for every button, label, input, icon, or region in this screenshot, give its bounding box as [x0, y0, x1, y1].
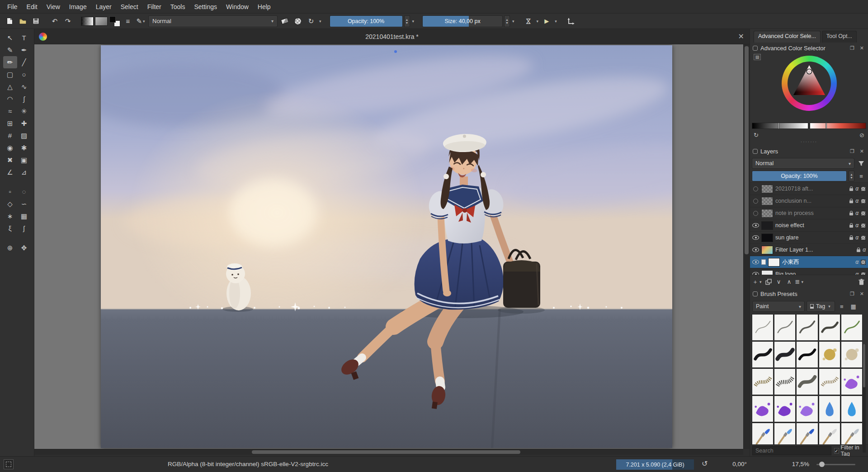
layer-opacity-slider[interactable]: Opacity: 100%	[752, 171, 847, 181]
choose-workspace-button[interactable]: ≡	[122, 15, 134, 27]
vertical-scrollbar-thumb[interactable]	[745, 46, 749, 254]
tool-multibrush[interactable]: ✳	[17, 105, 31, 117]
brush-preset-texture[interactable]	[819, 368, 840, 395]
tool-pan[interactable]: ✥	[17, 242, 31, 254]
view-grid-button[interactable]: ▦	[849, 301, 859, 311]
tool-polygon-select[interactable]: ◇	[3, 198, 17, 210]
saturation-shade-bar[interactable]	[810, 123, 866, 129]
tool-select-shapes[interactable]: ↖	[3, 32, 17, 44]
float-docker-icon[interactable]: ❐	[849, 291, 856, 297]
edit-brush-settings-button[interactable]: ✎▾	[135, 15, 147, 27]
pattern-chooser[interactable]	[95, 15, 108, 27]
tool-assistants[interactable]: ∠	[3, 166, 17, 178]
brush-preset-ink[interactable]	[819, 314, 840, 341]
layer-row[interactable]: sun glareα	[750, 232, 868, 244]
tool-contiguous-select[interactable]: ▦	[17, 210, 31, 222]
selection-display-mode-button[interactable]	[4, 459, 14, 469]
brush-preset-splat[interactable]	[752, 396, 774, 422]
menu-window[interactable]: Window	[222, 1, 253, 13]
save-button[interactable]	[30, 15, 42, 27]
tool-polyline[interactable]: ∿	[17, 81, 31, 93]
inherit-alpha-icon[interactable]: α	[855, 210, 859, 216]
lock-icon[interactable]	[849, 188, 853, 191]
chevron-down-icon[interactable]: ▾	[554, 19, 558, 24]
tab-advanced-color-selector[interactable]: Advanced Color Sele...	[754, 31, 821, 43]
layer-hidden-icon[interactable]	[753, 199, 758, 204]
tab-tool-options[interactable]: Tool Opt...	[822, 31, 857, 43]
close-docker-icon[interactable]: ✕	[859, 291, 865, 297]
chevron-down-icon[interactable]: ▾	[536, 19, 540, 24]
menu-view[interactable]: View	[42, 1, 65, 13]
close-docker-icon[interactable]: ✕	[859, 45, 865, 51]
docker-splitter-handle[interactable]: ·······	[750, 140, 868, 146]
empty-swatch-icon[interactable]: ⊘	[859, 132, 864, 138]
refresh-history-icon[interactable]: ↻	[754, 132, 759, 138]
inherit-alpha-icon[interactable]: α	[855, 222, 859, 229]
menu-settings[interactable]: Settings	[189, 1, 222, 13]
brush-preset-splat[interactable]	[774, 396, 796, 422]
menu-select[interactable]: Select	[116, 1, 143, 13]
layer-blending-dropdown[interactable]: Normal ▾	[752, 158, 854, 169]
menu-file[interactable]: File	[3, 1, 22, 13]
brush-preset-ink[interactable]	[774, 341, 796, 368]
tool-freehand-brush[interactable]: ✏	[3, 56, 17, 68]
horizontal-scrollbar-thumb[interactable]	[252, 450, 520, 454]
alpha-lock-icon[interactable]	[861, 235, 866, 240]
brush-preset-pencil[interactable]	[841, 314, 863, 341]
chevron-down-icon[interactable]: ▾	[318, 19, 322, 24]
color-selector-settings-button[interactable]: ▤	[754, 54, 761, 60]
brush-preset-splat[interactable]	[841, 368, 863, 395]
eraser-mode-button[interactable]	[279, 15, 291, 27]
tool-polygon[interactable]: △	[3, 81, 17, 93]
tool-move[interactable]: ✚	[17, 117, 31, 129]
canvas-rotation-value[interactable]: 0,00°	[722, 461, 747, 467]
duplicate-layer-button[interactable]	[764, 277, 773, 287]
brush-tag-filter-dropdown[interactable]: Paint ▾	[752, 301, 805, 312]
inherit-alpha-icon[interactable]: α	[863, 247, 866, 253]
trim-to-image-button[interactable]	[565, 15, 577, 27]
brush-preset-ink[interactable]	[796, 341, 818, 368]
brush-preset-brushtool[interactable]	[841, 423, 863, 444]
open-document-button[interactable]	[17, 15, 28, 27]
horizontal-mirror-button[interactable]: ⋈	[523, 15, 534, 27]
menu-help[interactable]: Help	[253, 1, 275, 13]
float-docker-icon[interactable]: ❐	[849, 45, 856, 51]
tool-smart-patch[interactable]: ✖	[3, 154, 17, 166]
foreground-background-colors[interactable]	[109, 16, 121, 27]
layer-visible-icon[interactable]	[752, 235, 759, 240]
tool-crop[interactable]: #	[3, 129, 17, 142]
color-wheel[interactable]	[782, 56, 837, 111]
brush-size-spinner[interactable]: ▲▼	[504, 15, 510, 27]
delete-layer-button[interactable]	[857, 277, 866, 287]
menu-image[interactable]: Image	[65, 1, 91, 13]
value-shade-bar[interactable]	[752, 123, 808, 129]
preserve-alpha-button[interactable]	[292, 15, 304, 27]
move-layer-down-button[interactable]: ∨	[774, 277, 783, 287]
brush-grid-scrollbar[interactable]	[863, 344, 866, 453]
layer-visible-icon[interactable]	[752, 272, 759, 275]
alpha-lock-icon[interactable]	[861, 211, 866, 216]
layer-row[interactable]: 20210718 aft...α	[750, 183, 868, 195]
layer-hidden-icon[interactable]	[753, 186, 758, 191]
brush-preset-ink[interactable]	[796, 368, 818, 395]
brush-preset-blob[interactable]	[819, 341, 840, 368]
redo-button[interactable]: ↷	[62, 15, 74, 27]
undo-button[interactable]: ↶	[49, 15, 61, 27]
brush-preset-brushtool[interactable]	[752, 423, 774, 444]
hsv-triangle[interactable]	[788, 62, 831, 105]
lock-icon[interactable]	[857, 249, 860, 252]
float-docker-icon[interactable]: ❐	[849, 148, 856, 154]
brush-preset-ink[interactable]	[752, 341, 774, 368]
layer-opacity-spinner[interactable]: ▲▼	[849, 171, 854, 181]
canvas-viewport[interactable]	[34, 44, 743, 449]
tool-gradient[interactable]: ▨	[17, 129, 31, 142]
tool-fill[interactable]: ▣	[17, 154, 31, 166]
brush-preset-brushtool[interactable]	[819, 423, 840, 444]
brush-preset-texture[interactable]	[752, 368, 774, 395]
chevron-down-icon[interactable]: ▾	[411, 19, 415, 24]
brush-preset-splat[interactable]	[796, 396, 818, 422]
add-layer-button[interactable]: ＋▾	[752, 277, 763, 287]
tool-ellipse[interactable]: ○	[17, 68, 31, 81]
tool-rect-select[interactable]: ▫	[3, 186, 17, 198]
move-layer-up-button[interactable]: ∧	[785, 277, 794, 287]
